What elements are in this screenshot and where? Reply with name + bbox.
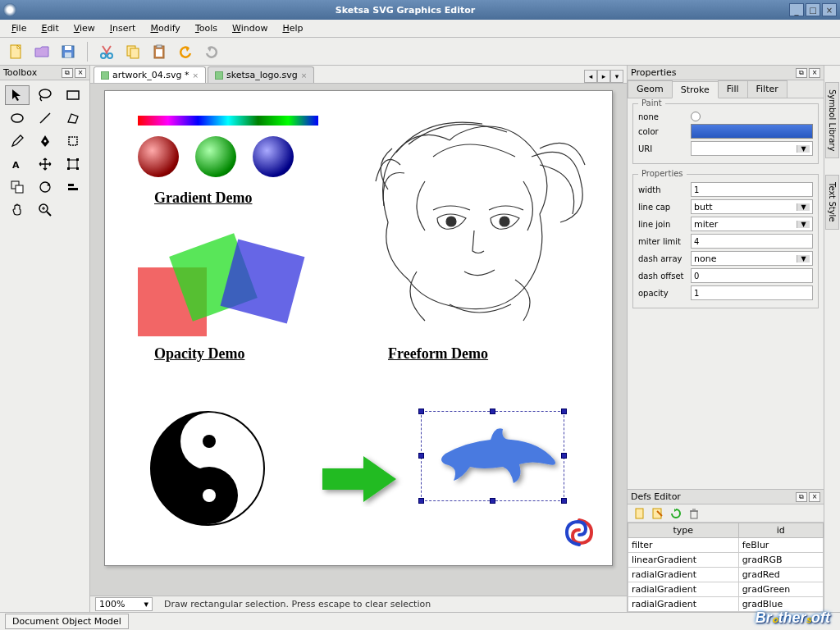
tool-pointer[interactable] [5,85,30,105]
svg-line-29 [47,212,51,216]
tool-pen[interactable] [33,131,57,151]
tab-label: sketsa_logo.svg [226,70,298,80]
svg-rect-26 [68,184,74,186]
tab-menu-button[interactable]: ▾ [610,70,623,83]
tab-prev-button[interactable]: ◂ [584,70,597,83]
menu-edit[interactable]: Edit [34,21,65,35]
side-tab-symbol-library[interactable]: Symbol Library [825,82,839,158]
tab-geom[interactable]: Geom [628,80,673,98]
svg-point-15 [44,140,47,143]
tab-next-button[interactable]: ▸ [597,70,610,83]
minimize-button[interactable]: _ [789,3,804,16]
tab-label: artwork_04.svg * [112,70,189,80]
new-file-button[interactable] [5,41,26,62]
toolbox-close-icon[interactable]: × [75,68,86,78]
menu-view[interactable]: View [67,21,102,35]
toolbox-title: Toolbox [3,67,37,78]
dolphin-shape[interactable] [433,419,564,501]
dom-button[interactable]: Document Object Model [5,614,129,629]
defs-delete-button[interactable] [687,506,701,521]
chevron-down-icon: ▾ [144,599,148,609]
table-row[interactable]: filterfeBlur [628,538,824,553]
tool-group[interactable] [5,177,30,197]
paint-uri-combo[interactable]: ▼ [691,141,813,156]
menu-insert[interactable]: Insert [103,21,143,35]
panel-dock-icon[interactable]: ⧉ [796,68,807,78]
defs-new-button[interactable] [632,506,647,521]
tab-filter[interactable]: Filter [747,80,788,98]
stroke-dashoffset-input[interactable]: 0 [691,268,813,283]
open-file-button[interactable] [31,41,52,62]
redo-button[interactable] [201,41,222,62]
stroke-dasharray-combo[interactable]: none▼ [691,251,813,266]
panel-close-icon[interactable]: × [809,68,820,78]
tool-crop[interactable] [61,131,85,151]
defs-edit-button[interactable] [651,506,665,521]
undo-button[interactable] [175,41,196,62]
properties-title: Properties [631,67,677,78]
tool-lasso[interactable] [33,85,57,105]
paint-color-swatch[interactable] [691,124,813,139]
stroke-width-input[interactable]: 1 [691,182,813,197]
canvas-area: artwork_04.svg * × sketsa_logo.svg × ◂ ▸… [90,66,627,612]
zoom-combo[interactable]: 100%▾ [95,597,153,611]
svg-point-4 [101,53,106,58]
tab-fill[interactable]: Fill [718,80,748,98]
tab-close-icon[interactable]: × [301,71,308,80]
maximize-button[interactable]: □ [806,3,820,16]
menu-tools[interactable]: Tools [189,21,224,35]
svg-point-13 [11,114,23,122]
anime-sketch [368,107,597,329]
tool-align[interactable] [61,177,85,197]
stroke-linecap-combo[interactable]: butt▼ [691,199,813,214]
tab-logo[interactable]: sketsa_logo.svg × [208,66,314,83]
opacity-demo-label: Opacity Demo [154,345,244,363]
close-button[interactable]: × [822,3,837,16]
copy-button[interactable] [122,41,144,62]
tool-zoom[interactable] [33,200,57,220]
cut-button[interactable] [96,41,117,62]
tool-line[interactable] [33,108,57,128]
tab-stroke[interactable]: Stroke [672,81,719,98]
stroke-linejoin-combo[interactable]: miter▼ [691,217,813,231]
svg-point-5 [107,53,112,58]
menu-help[interactable]: Help [276,21,309,35]
svg-rect-36 [691,511,697,518]
menu-window[interactable]: Window [226,21,274,35]
svg-rect-27 [68,188,78,190]
tab-close-icon[interactable]: × [192,71,199,80]
tool-hand[interactable] [5,200,30,220]
table-row[interactable]: radialGradientgradRed [628,568,824,582]
stroke-opacity-input[interactable]: 1 [691,285,813,300]
paint-none-radio[interactable] [691,112,701,121]
panel-dock-icon[interactable]: ⧉ [796,492,807,502]
chevron-down-icon: ▼ [797,145,810,153]
toolbox-dock-icon[interactable]: ⧉ [62,68,73,78]
toolbox-panel: Toolbox ⧉ × A [0,66,90,612]
svg-line-14 [40,113,50,123]
tool-transform[interactable] [61,154,85,174]
defs-refresh-button[interactable] [669,506,683,521]
menu-file[interactable]: File [5,21,33,35]
tab-artwork[interactable]: artwork_04.svg * × [94,66,206,83]
tool-ellipse[interactable] [5,108,30,128]
paint-color-label: color [638,127,686,136]
svg-point-33 [500,217,509,226]
svg-canvas[interactable]: Gradient Demo Opacity Demo Freeform Demo [104,90,613,566]
paste-button[interactable] [148,41,170,62]
save-file-button[interactable] [57,41,79,62]
svg-point-11 [39,89,51,98]
panel-close-icon[interactable]: × [809,492,820,502]
stroke-miterlimit-input[interactable]: 4 [691,234,813,249]
menu-modify[interactable]: Modify [144,21,186,35]
side-tab-text-style[interactable]: Text Style [825,175,839,230]
tool-text[interactable]: A [5,154,30,174]
tool-polygon[interactable] [61,108,85,128]
svg-text:A: A [12,160,20,171]
tool-pencil[interactable] [5,131,30,151]
table-row[interactable]: radialGradientgradGreen [628,582,824,597]
tool-rectangle[interactable] [61,85,85,105]
tool-rotate[interactable] [33,177,57,197]
table-row[interactable]: linearGradientgradRGB [628,553,824,568]
tool-move[interactable] [33,154,57,174]
